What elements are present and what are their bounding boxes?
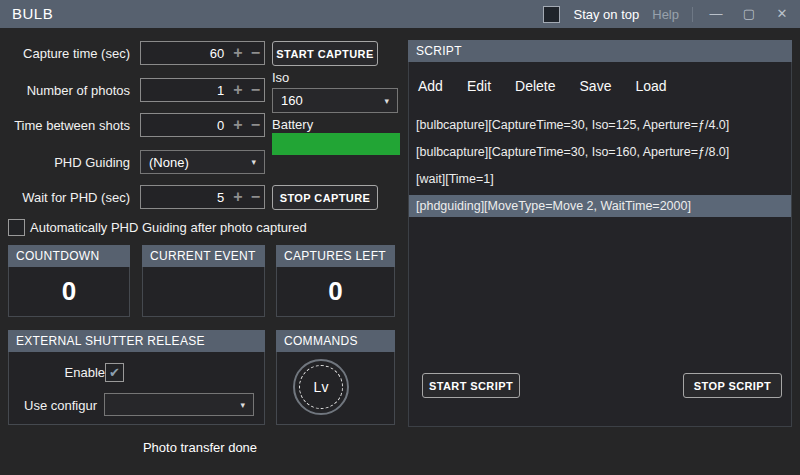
commands-header: COMMANDS [276,330,395,352]
external-shutter-box: Enable ✔ Use configur ▾ [8,352,265,425]
script-list-item[interactable]: [bulbcapture][CaptureTime=30, Iso=125, A… [409,114,791,136]
window-title: BULB [12,5,53,22]
chevron-down-icon: ▾ [240,400,245,410]
stop-capture-button[interactable]: STOP CAPTURE [272,185,378,210]
script-list-item[interactable]: [bulbcapture][CaptureTime=30, Iso=160, A… [409,141,791,163]
minus-icon[interactable]: − [247,187,264,207]
captures-left-header: CAPTURES LEFT [276,245,395,267]
wait-phd-value[interactable]: 5 [141,190,229,205]
current-event-box [142,267,265,317]
battery-label: Battery [272,117,313,132]
stay-on-top-label: Stay on top [573,7,639,22]
menu-item-save[interactable]: Save [580,78,612,94]
plus-icon[interactable]: + [229,187,246,207]
phd-guiding-dropdown[interactable]: (None) ▾ [140,150,265,174]
captures-left-box: 0 [276,267,395,317]
script-list: [bulbcapture][CaptureTime=30, Iso=125, A… [409,114,791,222]
time-between-label: Time between shots [0,118,130,133]
minus-icon[interactable]: − [247,43,264,63]
live-view-button[interactable]: Lv [293,359,349,415]
commands-box: Lv [276,352,395,425]
live-view-label: Lv [299,365,343,409]
status-message: Photo transfer done [0,440,400,455]
titlebar-separator [692,7,693,22]
start-capture-button[interactable]: START CAPTURE [272,41,378,66]
checkmark-icon: ✔ [106,364,123,381]
wait-phd-stepper[interactable]: 5 + − [140,185,265,209]
countdown-value: 0 [9,267,129,315]
auto-phd-label: Automatically PHD Guiding after photo ca… [30,220,307,235]
phd-guiding-label: PHD Guiding [0,155,130,170]
plus-icon[interactable]: + [229,115,246,135]
stop-script-button[interactable]: STOP SCRIPT [683,373,782,398]
menu-item-edit[interactable]: Edit [467,78,491,94]
plus-icon[interactable]: + [229,80,246,100]
script-list-item[interactable]: [wait][Time=1] [409,168,791,190]
chevron-down-icon: ▾ [251,157,256,167]
plus-icon[interactable]: + [229,43,246,63]
script-panel-header: SCRIPT [408,40,792,62]
countdown-header: COUNTDOWN [8,245,130,267]
script-list-item-selected[interactable]: [phdguiding][MoveType=Move 2, WaitTime=2… [409,195,791,217]
auto-phd-checkbox[interactable] [8,219,25,236]
minimize-icon[interactable]: — [706,0,726,28]
chevron-down-icon: ▾ [384,96,389,106]
current-event-header: CURRENT EVENT [142,245,265,267]
maximize-icon[interactable]: ▢ [739,0,759,28]
captures-left-value: 0 [277,267,394,315]
iso-dropdown[interactable]: 160 ▾ [272,88,398,113]
time-between-stepper[interactable]: 0 + − [140,113,265,137]
use-config-dropdown[interactable]: ▾ [104,393,254,416]
minus-icon[interactable]: − [247,80,264,100]
bulb-window: BULB Stay on top Help — ▢ ✕ Capture time… [0,0,800,475]
use-config-label: Use configur [24,398,97,413]
num-photos-label: Number of photos [0,83,130,98]
help-menu[interactable]: Help [652,7,679,22]
stay-on-top-checkbox[interactable] [543,6,560,23]
menu-item-add[interactable]: Add [418,78,443,94]
time-between-value[interactable]: 0 [141,118,229,133]
titlebar: BULB Stay on top Help — ▢ ✕ [0,0,800,28]
menu-item-load[interactable]: Load [635,78,666,94]
battery-fill [272,133,400,155]
num-photos-value[interactable]: 1 [141,83,229,98]
countdown-box: 0 [8,267,130,317]
close-icon[interactable]: ✕ [772,0,792,28]
iso-value: 160 [281,93,303,108]
iso-label: Iso [272,70,289,85]
enable-label: Enable [61,365,105,380]
wait-phd-label: Wait for PHD (sec) [0,190,130,205]
script-menu: Add Edit Delete Save Load [418,78,667,94]
start-script-button[interactable]: START SCRIPT [422,373,520,398]
capture-time-stepper[interactable]: 60 + − [140,41,265,65]
menu-item-delete[interactable]: Delete [515,78,555,94]
capture-time-value[interactable]: 60 [141,46,229,61]
minus-icon[interactable]: − [247,115,264,135]
external-shutter-header: EXTERNAL SHUTTER RELEASE [8,330,265,352]
num-photos-stepper[interactable]: 1 + − [140,78,265,102]
phd-guiding-value: (None) [149,155,189,170]
battery-progressbar [272,133,400,155]
capture-time-label: Capture time (sec) [0,46,130,61]
enable-checkbox[interactable]: ✔ [105,363,124,382]
